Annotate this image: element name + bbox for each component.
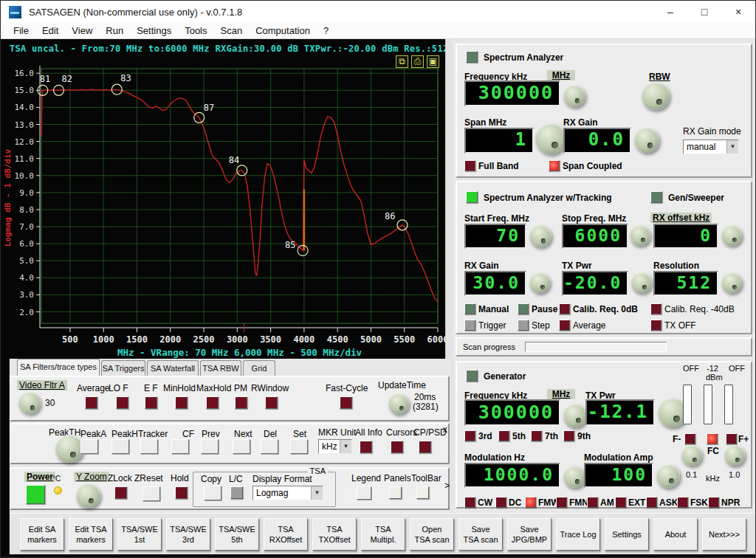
tsa-stop-knob[interactable] bbox=[630, 225, 650, 246]
print-icon[interactable]: ⎙ bbox=[411, 55, 424, 68]
tsa-average-checkbox[interactable] bbox=[559, 320, 570, 331]
gen-step-knob-right[interactable] bbox=[724, 445, 745, 466]
gen-sweeper-checkbox[interactable] bbox=[650, 191, 662, 203]
gen-ask-checkbox[interactable] bbox=[646, 497, 657, 508]
menu-settings[interactable]: Settings bbox=[130, 25, 178, 36]
gen-9th-checkbox[interactable] bbox=[563, 430, 574, 441]
save-jpg-bmp-button[interactable]: Save JPG/BMP bbox=[507, 518, 551, 551]
tab-sa-filters[interactable]: SA Filters/trace types bbox=[17, 359, 100, 376]
maxhold-checkbox[interactable] bbox=[206, 396, 219, 409]
menu-tools[interactable]: Tools bbox=[178, 25, 213, 36]
save-icon[interactable]: ▣ bbox=[427, 55, 439, 68]
gen-level-slider-mid[interactable] bbox=[704, 385, 712, 424]
edit-sa-markers-button[interactable]: Edit SA markers bbox=[20, 518, 64, 551]
gen-mhz-toggle[interactable]: MHz bbox=[547, 389, 575, 399]
open-tsa-scan-button[interactable]: Open TSA scan bbox=[410, 518, 454, 551]
copy-icon[interactable]: ⧉ bbox=[396, 55, 408, 68]
settings-button[interactable]: Settings bbox=[605, 518, 649, 551]
yzoom-knob[interactable] bbox=[76, 483, 100, 508]
gen-txpwr-display[interactable]: -12.1 bbox=[585, 399, 655, 426]
display-format-select[interactable]: Logmag ▼ bbox=[252, 486, 323, 500]
tsa-resolution-display[interactable]: 512 bbox=[653, 271, 718, 296]
gen-fminus-checkbox[interactable] bbox=[684, 433, 695, 444]
sa-rbw-knob[interactable] bbox=[642, 82, 670, 110]
tsa-calib40-checkbox[interactable] bbox=[650, 303, 662, 314]
tsa-start-knob[interactable] bbox=[529, 225, 551, 247]
mkr-unit-select[interactable]: kHz ▼ bbox=[318, 439, 352, 454]
sa-rbw-label[interactable]: RBW bbox=[649, 72, 670, 82]
tsa-step-checkbox[interactable] bbox=[518, 320, 529, 331]
chevron-down-icon[interactable]: ▼ bbox=[340, 440, 351, 453]
gen-ext-checkbox[interactable] bbox=[615, 497, 626, 508]
about-button[interactable]: About bbox=[653, 518, 698, 551]
minimize-button[interactable]: – bbox=[653, 1, 687, 23]
zreset-button[interactable] bbox=[142, 486, 160, 501]
gen-fc-checkbox[interactable] bbox=[707, 433, 718, 444]
sa-mhz-toggle[interactable]: MHz bbox=[547, 70, 575, 80]
peakh-button[interactable] bbox=[111, 439, 129, 454]
rwindow-checkbox[interactable] bbox=[265, 396, 278, 409]
menu-view[interactable]: View bbox=[65, 25, 99, 36]
prev-button[interactable] bbox=[201, 439, 219, 454]
tsa-txpwr-knob[interactable] bbox=[631, 272, 652, 293]
tracker-button[interactable] bbox=[140, 439, 158, 454]
gen-fsk-checkbox[interactable] bbox=[677, 497, 688, 508]
more-arrow-icon[interactable]: > bbox=[444, 480, 450, 491]
pm-checkbox[interactable] bbox=[235, 396, 247, 409]
copy-button[interactable] bbox=[204, 486, 221, 500]
gen-5th-checkbox[interactable] bbox=[498, 430, 509, 441]
gen-level-slider-left[interactable] bbox=[683, 385, 692, 424]
gen-npr-checkbox[interactable] bbox=[708, 497, 719, 508]
tsa-stop-display[interactable]: 6000 bbox=[562, 224, 628, 249]
gen-modamp-knob[interactable] bbox=[656, 464, 680, 488]
menu-run[interactable]: Run bbox=[99, 25, 130, 36]
save-tsa-scan-button[interactable]: Save TSA scan bbox=[458, 518, 503, 551]
yzoom-label[interactable]: Y Zoom bbox=[74, 472, 109, 482]
gen-am-checkbox[interactable] bbox=[587, 497, 598, 508]
tsa-trigger-checkbox[interactable] bbox=[464, 320, 475, 331]
del-button[interactable] bbox=[261, 439, 278, 454]
gen-fplus-checkbox[interactable] bbox=[726, 433, 737, 444]
tsa-txoffset-button[interactable]: TSA TXOffset bbox=[312, 518, 357, 551]
gen-fmn-checkbox[interactable] bbox=[556, 497, 567, 508]
tsa-swe-3rd-button[interactable]: TSA/SWE 3rd bbox=[166, 518, 210, 551]
maximize-button[interactable]: □ bbox=[687, 1, 721, 23]
lof-checkbox[interactable] bbox=[116, 396, 128, 409]
chart-plot[interactable]: 16.015.014.013.012.011.010.09.08.07.06.0… bbox=[1, 39, 445, 359]
tsa-rxoffset-label[interactable]: RX offset kHz bbox=[650, 213, 712, 223]
cursors-checkbox[interactable] bbox=[391, 441, 403, 453]
cp-psd-checkbox[interactable] bbox=[419, 441, 431, 453]
next-button[interactable] bbox=[233, 439, 250, 454]
tab-grid[interactable]: Grid bbox=[243, 360, 275, 376]
chevron-down-icon[interactable]: ▼ bbox=[311, 486, 323, 500]
gen-frequency-knob[interactable] bbox=[563, 404, 587, 427]
peakth-knob[interactable] bbox=[55, 435, 83, 463]
ef-checkbox[interactable] bbox=[145, 396, 157, 409]
minhold-checkbox[interactable] bbox=[175, 396, 188, 409]
gen-3rd-checkbox[interactable] bbox=[464, 430, 475, 441]
sa-frequency-knob[interactable] bbox=[563, 85, 585, 107]
gen-step-knob-left[interactable] bbox=[681, 445, 702, 466]
spectrum-chart[interactable]: 16.015.014.013.012.011.010.09.08.07.06.0… bbox=[1, 39, 445, 359]
gen-7th-checkbox[interactable] bbox=[531, 430, 542, 441]
tsa-swe-5th-button[interactable]: TSA/SWE 5th bbox=[215, 518, 259, 551]
sa-span-display[interactable]: 1 bbox=[464, 128, 534, 154]
power-button[interactable] bbox=[26, 485, 45, 504]
menu-file[interactable]: File bbox=[7, 25, 35, 36]
gen-dc-checkbox[interactable] bbox=[495, 497, 506, 508]
chevron-down-icon[interactable]: ▼ bbox=[726, 140, 738, 154]
average-checkbox[interactable] bbox=[85, 396, 97, 409]
legend-button[interactable] bbox=[357, 486, 371, 500]
tsa-swe-1st-button[interactable]: TSA/SWE 1st bbox=[117, 518, 162, 551]
menu-computation[interactable]: Computation bbox=[249, 25, 317, 36]
tsa-calib0-checkbox[interactable] bbox=[559, 303, 570, 314]
tab-sa-waterfall[interactable]: SA Waterfall bbox=[147, 360, 199, 376]
gen-fmw-checkbox[interactable] bbox=[525, 497, 536, 508]
gen-modhz-knob[interactable] bbox=[563, 466, 585, 488]
gen-enable-checkbox[interactable] bbox=[466, 370, 478, 382]
panels-checkbox[interactable] bbox=[389, 486, 402, 499]
tsa-rxoffset-knob[interactable] bbox=[721, 225, 742, 246]
gen-level-slider-right[interactable] bbox=[724, 385, 733, 424]
sa-enable-checkbox[interactable] bbox=[466, 51, 478, 63]
power-label[interactable]: Power bbox=[24, 472, 55, 482]
